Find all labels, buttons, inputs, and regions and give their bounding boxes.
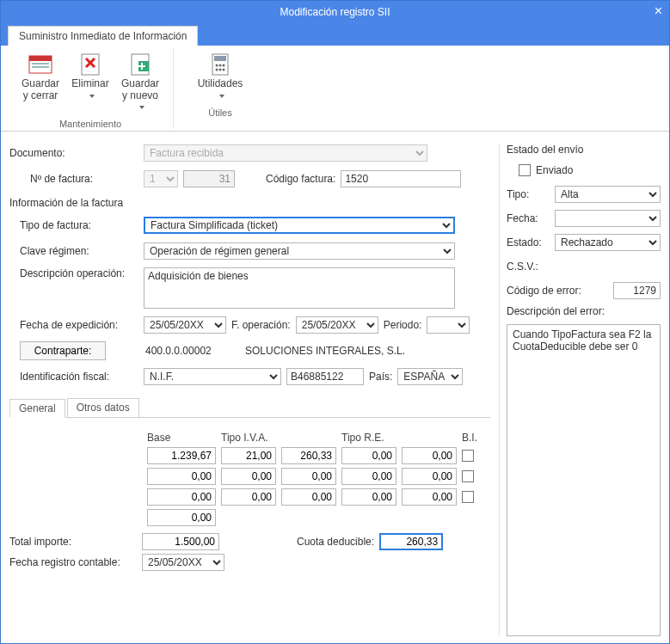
re-rate-cell[interactable]: [341, 447, 396, 464]
re-amt-cell[interactable]: [402, 468, 457, 485]
base-cell[interactable]: [147, 488, 216, 506]
periodo-select[interactable]: [427, 316, 470, 334]
tipo-factura-label: Tipo de factura:: [9, 219, 138, 231]
cuota-deducible-label: Cuota deducible:: [297, 536, 374, 548]
save-close-icon: [27, 51, 54, 77]
save-close-button[interactable]: Guardar y cerrar: [16, 49, 65, 115]
bi-checkbox[interactable]: [462, 450, 474, 462]
ident-fiscal-label: Identificación fiscal:: [9, 371, 138, 383]
clave-regimen-label: Clave régimen:: [9, 245, 138, 257]
ribbon-group-label: Mantenimiento: [59, 119, 121, 129]
cuota-deducible-input[interactable]: [379, 533, 443, 550]
col-base: Base: [147, 432, 216, 444]
svg-rect-3: [32, 66, 49, 68]
enviado-checkbox[interactable]: [519, 164, 531, 176]
delete-icon: [77, 51, 104, 77]
save-new-icon: [126, 51, 154, 77]
iva-amt-cell[interactable]: [281, 468, 336, 485]
iva-amt-cell[interactable]: [281, 447, 336, 464]
iva-rate-cell[interactable]: [221, 468, 276, 485]
desc-oper-label: Descripción operación:: [9, 267, 138, 279]
ident-fiscal-input[interactable]: [286, 368, 364, 385]
n-factura-num: [183, 170, 235, 187]
estado-envio-title: Estado del envío: [507, 144, 661, 156]
iva-amt-cell[interactable]: [281, 488, 336, 506]
estado-select[interactable]: Rechazado: [555, 234, 661, 251]
title-bar: Modificación registro SII ×: [1, 1, 669, 23]
grid-header: Base Tipo I.V.A. Tipo R.E. B.I.: [9, 432, 490, 444]
contraparte-button[interactable]: Contraparte:: [20, 341, 106, 360]
tipo-select[interactable]: Alta: [555, 186, 661, 203]
re-rate-cell[interactable]: [341, 488, 396, 506]
fecha-reg-label: Fecha registro contable:: [9, 556, 142, 568]
chevron-down-icon: [87, 90, 95, 102]
base-cell[interactable]: [147, 447, 216, 464]
grid-area: Base Tipo I.V.A. Tipo R.E. B.I.: [9, 425, 490, 571]
tipo-label: Tipo:: [507, 188, 550, 200]
svg-rect-8: [214, 56, 226, 61]
ribbon-group-label: Útiles: [208, 107, 232, 118]
iva-rate-cell[interactable]: [221, 488, 276, 506]
save-new-button[interactable]: Guardar y nuevo: [116, 49, 164, 115]
window-title: Modificación registro SII: [280, 6, 390, 18]
body: Documento: Factura recibida Nº de factur…: [1, 132, 669, 643]
desc-oper-textarea[interactable]: [144, 267, 455, 309]
base-cell[interactable]: [147, 468, 216, 485]
right-panel: Estado del envío Enviado Tipo: Alta Fech…: [499, 144, 661, 636]
contraparte-name: SOLUCIONES INTEGRALES, S.L.: [245, 345, 405, 357]
base-extra-cell[interactable]: [147, 509, 216, 526]
documento-select: Factura recibida: [144, 144, 427, 162]
ident-fiscal-type-select[interactable]: N.I.F.: [144, 368, 281, 385]
enviado-label: Enviado: [536, 164, 573, 176]
ribbon-group-mantenimiento: Guardar y cerrar Eliminar Guardar y nuev…: [8, 49, 174, 129]
tab-otros-datos[interactable]: Otros datos: [67, 398, 139, 417]
bi-checkbox[interactable]: [462, 470, 474, 482]
documento-label: Documento:: [9, 147, 138, 159]
close-icon[interactable]: ×: [655, 3, 662, 19]
f-operacion-select[interactable]: 25/05/20XX: [296, 316, 378, 334]
n-factura-series: 1: [144, 170, 178, 187]
svg-point-11: [223, 64, 225, 67]
ribbon-group-utiles: Utilidades Útiles: [187, 49, 253, 129]
utilities-button[interactable]: Utilidades: [196, 49, 244, 104]
pais-label: País:: [369, 371, 392, 383]
desc-error-box: Cuando TipoFactura sea F2 la CuotaDeduci…: [507, 324, 661, 636]
table-row: [9, 509, 490, 526]
table-row: [9, 488, 490, 506]
svg-point-12: [216, 69, 218, 71]
fecha-select[interactable]: [555, 210, 661, 227]
csv-label: C.S.V.:: [507, 261, 538, 273]
bi-checkbox[interactable]: [462, 491, 474, 503]
tipo-factura-select[interactable]: Factura Simplificada (ticket): [144, 217, 455, 234]
fecha-label: Fecha:: [507, 212, 550, 224]
ribbon: Guardar y cerrar Eliminar Guardar y nuev…: [1, 46, 669, 132]
fecha-exp-label: Fecha de expedición:: [9, 319, 138, 331]
total-importe-input[interactable]: [142, 533, 219, 550]
n-factura-label: Nº de factura:: [9, 173, 138, 185]
delete-button[interactable]: Eliminar: [66, 49, 114, 115]
tab-general[interactable]: General: [9, 399, 65, 418]
col-tipo-iva: Tipo I.V.A.: [221, 432, 336, 444]
re-amt-cell[interactable]: [402, 447, 457, 464]
desc-error-label: Descripción del error:: [507, 305, 661, 317]
re-rate-cell[interactable]: [341, 468, 396, 485]
contraparte-code: 400.0.0.00002: [145, 345, 240, 357]
info-factura-title: Información de la factura: [9, 197, 490, 209]
clave-regimen-select[interactable]: Operación de régimen general: [144, 242, 455, 260]
svg-rect-1: [29, 56, 52, 61]
col-bi: B.I.: [462, 432, 486, 444]
codigo-error-input[interactable]: [613, 282, 661, 299]
tab-sii[interactable]: Suministro Inmediato de Información: [8, 26, 198, 46]
total-importe-label: Total importe:: [9, 536, 142, 548]
re-amt-cell[interactable]: [402, 488, 457, 506]
f-operacion-label: F. operación:: [231, 319, 291, 331]
pais-select[interactable]: ESPAÑA: [397, 368, 463, 385]
window: Modificación registro SII × Suministro I…: [0, 0, 670, 644]
codigo-factura-input[interactable]: [341, 170, 461, 187]
fecha-exp-select[interactable]: 25/05/20XX: [144, 316, 226, 334]
fecha-reg-select[interactable]: 25/05/20XX: [142, 554, 224, 571]
svg-rect-2: [32, 63, 49, 64]
svg-point-9: [216, 64, 218, 67]
iva-rate-cell[interactable]: [221, 447, 276, 464]
chevron-down-icon: [217, 90, 224, 102]
